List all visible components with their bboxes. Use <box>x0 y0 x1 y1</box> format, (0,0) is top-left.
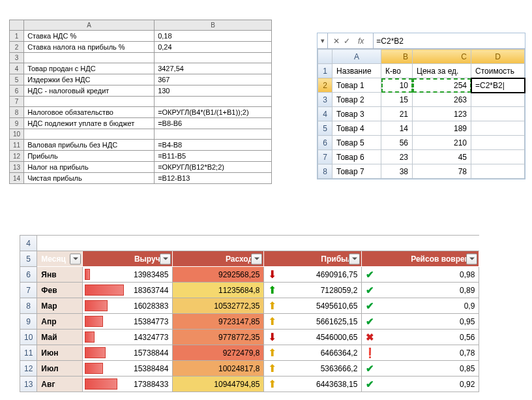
ontime-header[interactable]: Рейсов вовремя <box>362 251 479 267</box>
cell[interactable]: Товар 3 <box>332 107 381 121</box>
month-cell[interactable]: Июн <box>37 345 83 361</box>
cell[interactable]: НДС подлежит уплате в бюджет <box>24 118 155 129</box>
cell[interactable]: 123 <box>413 107 471 121</box>
cell[interactable]: Стоимость <box>471 64 525 78</box>
cell[interactable]: 56 <box>381 136 413 150</box>
cell[interactable] <box>24 129 155 140</box>
cell[interactable]: =B4-B8 <box>155 140 272 151</box>
month-cell[interactable]: Авг <box>37 377 83 392</box>
cell[interactable] <box>24 53 155 63</box>
cell[interactable]: Налог на прибыль <box>24 162 155 173</box>
profit-cell[interactable]: ⬆6466364,2 <box>264 345 362 361</box>
cell[interactable]: =ОКРУГЛ(B12*B2;2) <box>155 162 272 173</box>
cell[interactable]: 0,24 <box>155 42 272 53</box>
expenses-header[interactable]: Расходы <box>173 251 264 267</box>
month-cell[interactable]: Май <box>37 330 83 345</box>
row-header[interactable]: 1 <box>10 31 24 42</box>
cell[interactable]: 0,18 <box>155 31 272 42</box>
cell[interactable]: Товар 7 <box>332 164 381 179</box>
row-header[interactable]: 8 <box>318 164 332 179</box>
cell[interactable]: 15 <box>381 93 413 107</box>
cancel-icon[interactable]: ✕ <box>333 37 340 46</box>
profit-cell[interactable]: ⬆6443638,15 <box>264 377 362 392</box>
cell[interactable]: 78 <box>413 164 471 179</box>
month-cell[interactable]: Июл <box>37 361 83 377</box>
cell[interactable]: Название <box>332 64 381 78</box>
row-header[interactable]: 10 <box>10 129 24 140</box>
row-header[interactable]: 6 <box>318 136 332 150</box>
profit-cell[interactable]: ⬆5495610,65 <box>264 298 362 314</box>
cell[interactable]: 21 <box>381 107 413 121</box>
col-header-a[interactable]: A <box>332 50 381 64</box>
month-cell[interactable]: Фев <box>37 283 83 298</box>
row-header[interactable]: 7 <box>10 97 24 107</box>
row-header[interactable]: 13 <box>10 162 24 173</box>
col-header-a[interactable]: A <box>24 20 155 31</box>
filter-dropdown-icon[interactable] <box>70 253 81 264</box>
profit-header[interactable]: Прибыль <box>264 251 362 267</box>
row-header[interactable]: 2 <box>10 42 24 53</box>
filter-dropdown-icon[interactable] <box>466 253 477 264</box>
month-cell[interactable]: Янв <box>37 267 83 283</box>
expenses-cell[interactable]: 9292568,25 <box>173 267 264 283</box>
row-header[interactable]: 7 <box>318 150 332 164</box>
cell[interactable]: Ставка НДС % <box>24 31 155 42</box>
row-header[interactable]: 1 <box>318 64 332 78</box>
cell[interactable]: 23 <box>381 150 413 164</box>
month-cell[interactable]: Мар <box>37 298 83 314</box>
cell[interactable] <box>155 97 272 107</box>
cell[interactable] <box>471 150 525 164</box>
col-header-c[interactable]: C <box>413 50 471 64</box>
empty-cell[interactable] <box>37 236 479 251</box>
cell[interactable] <box>24 97 155 107</box>
vat-calc-table[interactable]: A B 1 Ставка НДС % 0,182 Ставка налога н… <box>9 20 272 184</box>
cell[interactable]: 189 <box>413 121 471 136</box>
expenses-cell[interactable]: 9778772,35 <box>173 330 264 345</box>
revenue-cell[interactable]: 17388433 <box>83 377 173 392</box>
cell[interactable]: Товар 4 <box>332 121 381 136</box>
cell[interactable]: =B8-B6 <box>155 118 272 129</box>
row-header[interactable]: 8 <box>10 107 24 118</box>
profit-cell[interactable]: ⬆7128059,2 <box>264 283 362 298</box>
row-header[interactable]: 5 <box>20 251 37 267</box>
expenses-cell[interactable]: 9272479,8 <box>173 345 264 361</box>
cell[interactable]: =ОКРУГЛ(B4*(B1/(1+B1));2) <box>155 107 272 118</box>
cell[interactable]: Товар 6 <box>332 150 381 164</box>
monthly-report-table[interactable]: 4 5 Месяц Выручка Расходы Прибыль Рейсов… <box>20 235 479 392</box>
cell[interactable]: =B12-B13 <box>155 173 272 184</box>
cell[interactable]: 130 <box>155 85 272 97</box>
filter-dropdown-icon[interactable] <box>160 253 171 264</box>
fx-icon[interactable]: fx <box>354 37 368 46</box>
row-header[interactable]: 13 <box>20 377 37 392</box>
row-header[interactable]: 11 <box>20 345 37 361</box>
ontime-cell[interactable]: ✔0,98 <box>362 267 479 283</box>
cell[interactable] <box>471 121 525 136</box>
revenue-cell[interactable]: 13983485 <box>83 267 173 283</box>
row-header[interactable]: 8 <box>20 298 37 314</box>
month-header[interactable]: Месяц <box>37 251 83 267</box>
cell[interactable]: =C2*B2 <box>471 78 525 93</box>
revenue-cell[interactable]: 15388484 <box>83 361 173 377</box>
cell[interactable]: Издержки без НДС <box>24 74 155 85</box>
cell[interactable] <box>471 107 525 121</box>
cell[interactable]: 14 <box>381 121 413 136</box>
ontime-cell[interactable]: ✔0,95 <box>362 314 479 330</box>
row-header[interactable]: 4 <box>318 107 332 121</box>
profit-cell[interactable]: ⬆5661625,15 <box>264 314 362 330</box>
row-header[interactable]: 12 <box>10 151 24 162</box>
cell[interactable] <box>155 53 272 63</box>
ontime-cell[interactable]: ✔0,85 <box>362 361 479 377</box>
ontime-cell[interactable]: ✖0,56 <box>362 330 479 345</box>
formula-input[interactable]: =C2*B2 <box>374 37 406 46</box>
enter-icon[interactable]: ✓ <box>344 37 350 46</box>
col-header-b[interactable]: B <box>155 20 272 31</box>
cell[interactable]: Товар продан с НДС <box>24 63 155 74</box>
row-header[interactable]: 14 <box>10 173 24 184</box>
expenses-cell[interactable]: 9723147,85 <box>173 314 264 330</box>
select-all-corner[interactable] <box>318 50 332 64</box>
filter-dropdown-icon[interactable] <box>349 253 360 264</box>
row-header[interactable]: 6 <box>10 85 24 97</box>
corner-cell[interactable] <box>10 20 24 31</box>
row-header[interactable]: 5 <box>10 74 24 85</box>
cell[interactable]: 210 <box>413 136 471 150</box>
